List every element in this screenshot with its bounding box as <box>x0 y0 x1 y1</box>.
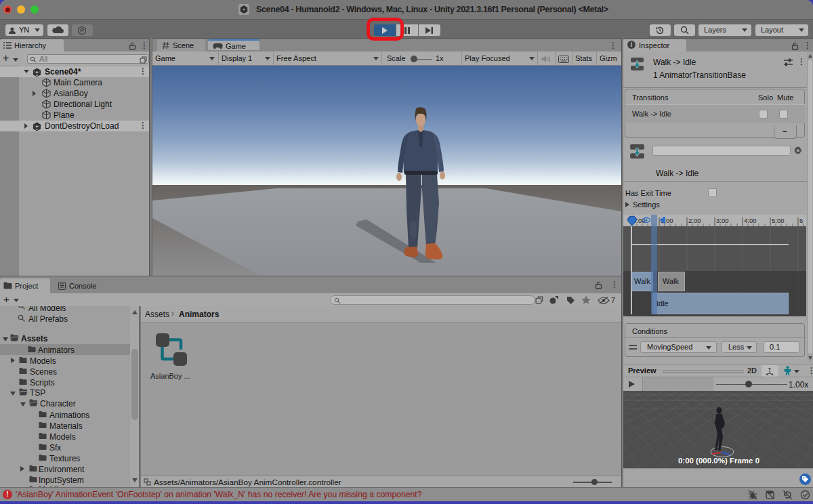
svg-text:0:00 (000.0%) Frame 0: 0:00 (000.0%) Frame 0 <box>678 457 759 465</box>
